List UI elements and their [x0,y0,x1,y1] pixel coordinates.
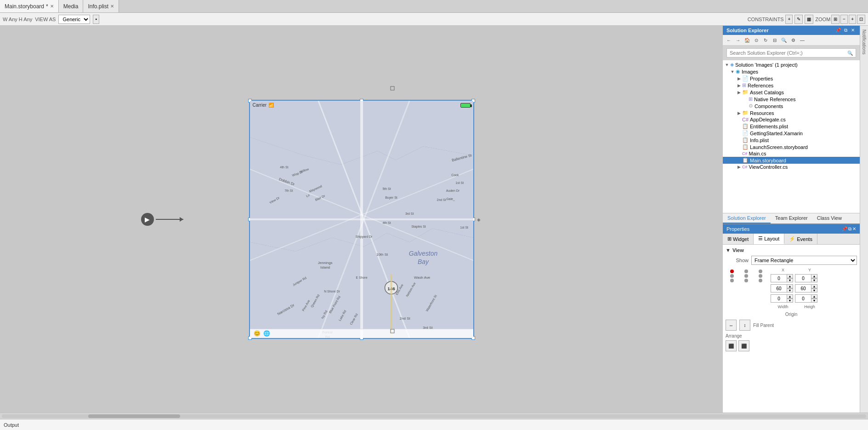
tree-item-info-plist[interactable]: 📋 Info.plist [723,137,860,143]
tree-item-main-storyboard[interactable]: 📋 Main.storyboard [723,157,860,164]
se-forward-btn[interactable]: → [734,36,742,44]
tree-item-properties[interactable]: ▶ 📄 Properties [723,75,860,82]
coord-dot-ml[interactable] [730,274,734,278]
tree-item-getting-started[interactable]: 📄 GettingStarted.Xamarin [723,130,860,137]
arrange-left-btn[interactable]: ⬛ [726,340,737,351]
width-up-btn[interactable]: ▲ [787,284,793,288]
expand-icon[interactable]: ▼ [729,69,736,74]
section-expand-icon[interactable]: ▼ [726,247,731,253]
show-select[interactable]: Frame Rectangle Bounds Rectangle Custom [751,256,857,265]
coord-dot-bl[interactable] [730,279,734,282]
tab-info-plist[interactable]: Info.plist ✕ [83,0,119,12]
tab-widget[interactable]: ⊞ Widget [723,234,754,244]
height-input[interactable]: 60 [795,284,811,292]
device-frame[interactable]: ◈ Carrier 📶 [249,100,474,339]
tree-item-components[interactable]: ⚙ Components [723,103,860,109]
tree-item-entitlements[interactable]: 📋 Entitlements.plist [723,123,860,130]
origin-y-down-btn[interactable]: ▼ [811,298,817,303]
fill-parent-v-btn[interactable]: ↕ [739,320,750,331]
tree-item-native-references[interactable]: ⊞ Native References [723,96,860,103]
expand-icon[interactable]: ▶ [736,76,742,81]
y-down-btn[interactable]: ▼ [811,278,817,282]
coord-dot-bc[interactable] [744,279,748,282]
fill-parent-h-btn[interactable]: ↔ [726,320,737,331]
search-input[interactable] [730,50,847,56]
se-close-btn[interactable]: ✕ [850,28,856,33]
horizontal-scrollbar[interactable] [0,413,868,419]
x-up-btn[interactable]: ▲ [787,274,793,278]
origin-x-down-btn[interactable]: ▼ [787,298,793,303]
constraints-add-btn[interactable]: + [785,15,793,24]
expand-icon[interactable]: ▶ [736,165,742,169]
zoom-in-btn[interactable]: + [849,15,856,24]
tab-media[interactable]: Media [59,0,84,12]
origin-y-up-btn[interactable]: ▲ [811,294,817,298]
tab-main-storyboard[interactable]: Main.storyboard * ✕ [0,0,59,12]
svg-text:Galveston: Galveston [408,250,437,257]
width-input[interactable]: 60 [771,284,787,292]
se-refresh-btn[interactable]: ↻ [761,36,770,44]
se-settings-btn[interactable]: ⚙ [789,36,797,44]
props-close-btn[interactable]: ✕ [852,226,856,232]
tree-item-solution[interactable]: ▼ ◈ Solution 'Images' (1 project) [723,61,860,68]
tab-class-view[interactable]: Class View [812,213,846,224]
se-collapse-btn[interactable]: ⊟ [771,36,779,44]
tree-item-resources[interactable]: ▶ 📁 Resources [723,109,860,116]
tree-item-appdelegate[interactable]: C# AppDelegate.cs [723,116,860,123]
toolbar-square-btn[interactable]: ▪ [93,15,99,24]
zoom-out-btn[interactable]: − [840,15,848,24]
coord-dot-tr[interactable] [759,269,762,273]
tree-item-asset-catalogs[interactable]: ▶ 📁 Asset Catalogs [723,89,860,96]
coord-dot-mc[interactable] [744,274,748,278]
tree-item-references[interactable]: ▶ ⊞ References [723,82,860,89]
width-down-btn[interactable]: ▼ [787,288,793,292]
tab-close-button[interactable]: ✕ [50,4,54,9]
zoom-reset-btn[interactable]: ⊡ [857,15,865,24]
tree-item-main-cs[interactable]: C# Main.cs [723,150,860,157]
se-pending-btn[interactable]: ⊙ [752,36,760,44]
constraints-edit-btn[interactable]: ✎ [794,15,803,24]
arrange-right-btn[interactable]: ⬛ [738,340,749,351]
se-preview-btn[interactable]: — [798,36,806,44]
coord-dot-br[interactable] [759,279,762,282]
props-float-btn[interactable]: ⧉ [848,226,851,232]
se-back-btn[interactable]: ← [725,36,733,44]
coord-dot-tc[interactable] [744,269,748,273]
origin-x-up-btn[interactable]: ▲ [787,294,793,298]
y-up-btn[interactable]: ▲ [811,274,817,278]
solution-explorer-search[interactable]: 🔍 [726,48,856,57]
scroll-thumb[interactable] [88,414,180,418]
view-as-select[interactable]: Generic [58,15,90,24]
tree-item-viewcontroller[interactable]: ▶ C# ViewController.cs [723,164,860,170]
origin-x-input[interactable] [771,294,787,303]
expand-icon[interactable]: ▶ [736,83,742,88]
tab-solution-explorer[interactable]: Solution Explorer [723,213,771,224]
se-float-btn[interactable]: ⧉ [842,28,849,33]
solution-explorer-tree[interactable]: ▼ ◈ Solution 'Images' (1 project) ▼ ◉ Im… [723,60,860,213]
view-section: ▼ View Show Frame Rectangle Bounds Recta… [726,247,857,351]
tab-team-explorer[interactable]: Team Explorer [771,213,812,224]
origin-y-input[interactable] [795,294,811,303]
height-down-btn[interactable]: ▼ [811,288,817,292]
props-pin-btn[interactable]: 📌 [842,226,847,232]
tree-item-launchscreen[interactable]: 📋 LaunchScreen.storyboard [723,143,860,150]
height-up-btn[interactable]: ▲ [811,284,817,288]
tab-events[interactable]: ⚡ Events [784,234,817,244]
coord-dot-mr[interactable] [759,274,762,278]
se-pin-btn[interactable]: 📌 [835,28,841,33]
y-input[interactable]: 0 [795,274,811,282]
expand-icon[interactable]: ▼ [724,63,730,67]
x-input[interactable]: 0 [771,274,787,282]
canvas-area[interactable]: ▶ ◈ Carrier [0,26,723,413]
se-home-btn[interactable]: 🏠 [743,36,751,44]
tab-layout[interactable]: ☰ Layout [754,234,784,244]
coord-dot-tl[interactable] [730,269,734,273]
se-filter-btn[interactable]: 🔍 [780,36,788,44]
x-down-btn[interactable]: ▼ [787,278,793,282]
expand-icon[interactable]: ▶ [736,90,742,95]
zoom-fit-btn[interactable]: ⊞ [831,15,840,24]
tab-close-button[interactable]: ✕ [110,4,114,9]
expand-icon[interactable]: ▶ [736,111,742,115]
tree-item-images[interactable]: ▼ ◉ Images [723,68,860,75]
constraints-layout-btn[interactable]: ▦ [805,15,813,24]
